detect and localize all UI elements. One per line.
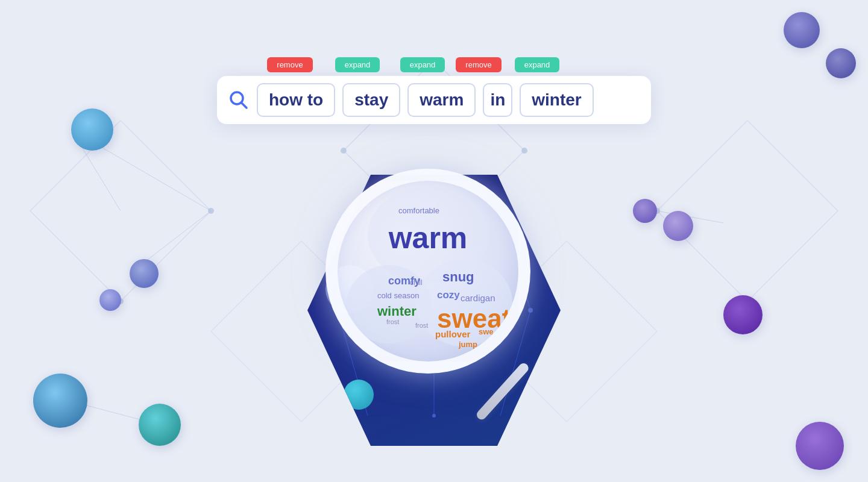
token-how-to[interactable]: how to bbox=[257, 83, 335, 117]
word-frost2: frost bbox=[415, 322, 428, 329]
remove-button-how-to[interactable]: remove bbox=[267, 57, 312, 72]
svg-line-6 bbox=[71, 130, 121, 211]
svg-line-16 bbox=[242, 103, 247, 108]
expand-button-stay[interactable]: expand bbox=[335, 57, 380, 72]
expand-button-winter[interactable]: expand bbox=[515, 57, 560, 72]
magnifier: comfortable warm comfy snug cozy cardiga… bbox=[326, 169, 542, 386]
token-warm[interactable]: warm bbox=[407, 83, 476, 117]
token-stay[interactable]: stay bbox=[342, 83, 400, 117]
word-cold-season: cold season bbox=[377, 291, 419, 300]
svg-point-14 bbox=[521, 148, 527, 154]
svg-point-12 bbox=[654, 208, 660, 214]
word-jump: jump bbox=[459, 340, 477, 349]
search-icon bbox=[228, 89, 250, 111]
svg-point-10 bbox=[208, 208, 214, 214]
svg-point-13 bbox=[341, 148, 347, 154]
word-warm: warm bbox=[389, 221, 468, 255]
svg-line-5 bbox=[71, 130, 211, 211]
svg-marker-2 bbox=[657, 120, 838, 301]
search-bar: how to stay warm in winter bbox=[217, 76, 651, 124]
visualization-container: comfortable warm comfy snug cozy cardiga… bbox=[283, 163, 585, 464]
word-snug: snug bbox=[442, 269, 474, 285]
word-winter: winter bbox=[377, 304, 417, 319]
word-frost1: frost bbox=[386, 318, 399, 325]
word-swe: swe bbox=[479, 327, 494, 336]
remove-button-in[interactable]: remove bbox=[456, 57, 501, 72]
word-pullover: pullover bbox=[435, 329, 470, 339]
token-in[interactable]: in bbox=[483, 83, 512, 117]
word-chill: chill bbox=[410, 278, 423, 287]
word-cloud: comfortable warm comfy snug cozy cardiga… bbox=[338, 181, 518, 362]
search-area: remove expand expand remove expand how t… bbox=[217, 57, 651, 124]
expand-button-warm[interactable]: expand bbox=[400, 57, 445, 72]
svg-point-28 bbox=[432, 414, 436, 418]
svg-line-7 bbox=[130, 211, 211, 274]
svg-point-11 bbox=[118, 298, 124, 304]
word-cozy: cozy bbox=[437, 289, 460, 301]
word-comfortable: comfortable bbox=[398, 206, 439, 215]
svg-line-8 bbox=[57, 398, 160, 425]
word-cardigan: cardigan bbox=[461, 293, 495, 303]
token-winter[interactable]: winter bbox=[520, 83, 593, 117]
